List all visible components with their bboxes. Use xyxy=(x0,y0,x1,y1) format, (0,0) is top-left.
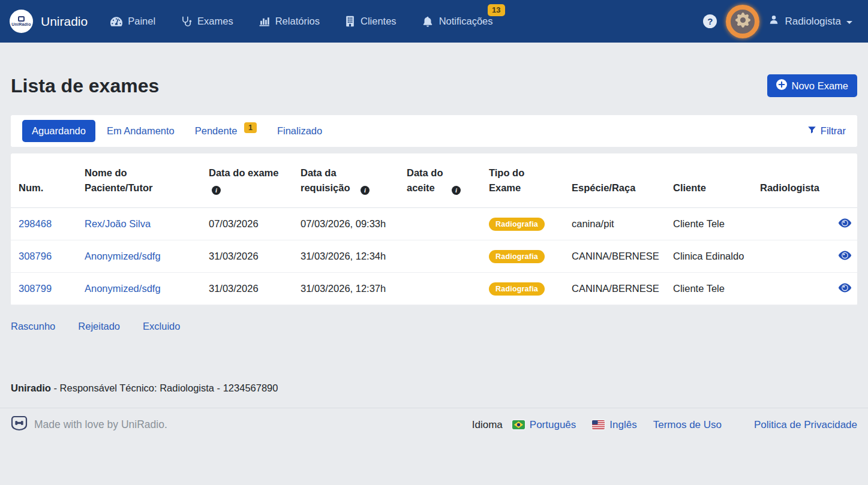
exams-table-card: Num. Nome do Paciente/Tutor Data do exam… xyxy=(11,153,857,305)
logo-text: UniRadio xyxy=(11,22,31,26)
link-rejeitado[interactable]: Rejeitado xyxy=(78,321,120,332)
privacy-policy-link[interactable]: Politica de Privacidade xyxy=(754,419,857,431)
main-content: Lista de exames Novo Exame Aguardando Em… xyxy=(0,74,868,394)
tab-pendente[interactable]: Pendente 1 xyxy=(195,125,257,137)
top-navbar: UniRadio Uniradio Painel Exames xyxy=(0,0,868,43)
nav-item-painel[interactable]: Painel xyxy=(110,16,155,27)
responsible-brand: Uniradio xyxy=(11,382,51,393)
client-cell: Clinica Edinaldo xyxy=(665,240,752,273)
brand-logo[interactable]: UniRadio Uniradio xyxy=(10,10,88,33)
exam-number-link[interactable]: 308799 xyxy=(19,283,52,294)
tab-pendente-label: Pendente xyxy=(195,125,238,136)
brazil-flag-icon xyxy=(512,420,525,429)
language-ingles[interactable]: Inglês xyxy=(592,419,636,431)
patient-link[interactable]: Anonymized/sdfg xyxy=(85,283,161,294)
pendente-count-badge: 1 xyxy=(244,122,257,133)
patient-link[interactable]: Anonymized/sdfg xyxy=(85,251,161,261)
bar-chart-icon xyxy=(259,16,270,27)
stethoscope-icon xyxy=(181,16,192,27)
new-exam-label: Novo Exame xyxy=(792,80,848,92)
table-row: 308796 Anonymized/sdfg 31/03/2026 31/03/… xyxy=(11,240,857,273)
info-icon[interactable] xyxy=(361,186,370,195)
radiologist-cell xyxy=(752,240,832,273)
nav-label-relatorios: Relatórios xyxy=(275,16,320,27)
brand-name: Uniradio xyxy=(41,14,88,29)
exam-date-cell: 31/03/2026 xyxy=(201,273,293,305)
usa-flag-icon xyxy=(592,420,605,429)
filter-button[interactable]: Filtrar xyxy=(807,125,846,137)
tab-em-andamento[interactable]: Em Andamento xyxy=(107,125,175,137)
species-cell: canina/pit xyxy=(564,208,665,240)
made-with-text: Made with love by UniRadio. xyxy=(34,418,167,431)
status-tabs: Aguardando Em Andamento Pendente 1 Final… xyxy=(11,115,857,147)
request-date-cell: 31/03/2026, 12:37h xyxy=(293,273,399,305)
request-date-cell: 31/03/2026, 12:34h xyxy=(293,240,399,273)
settings-button[interactable] xyxy=(726,5,759,38)
bell-icon xyxy=(422,16,434,28)
user-name: Radiologista xyxy=(785,16,841,28)
speedometer-icon xyxy=(110,16,122,27)
language-label: Idioma xyxy=(472,419,503,431)
table-row: 298468 Rex/João Silva 07/03/2026 07/03/2… xyxy=(11,208,857,240)
link-rascunho[interactable]: Rascunho xyxy=(11,321,55,332)
view-exam-button[interactable] xyxy=(839,251,851,260)
nav-item-exames[interactable]: Exames xyxy=(181,16,233,27)
nav-item-relatorios[interactable]: Relatórios xyxy=(259,16,320,27)
nav-label-notificacoes: Notificações xyxy=(439,16,493,27)
exam-number-link[interactable]: 308796 xyxy=(19,251,52,261)
col-header-num: Num. xyxy=(11,153,77,208)
info-icon[interactable] xyxy=(212,186,221,195)
nav-item-notificacoes[interactable]: Notificações 13 xyxy=(422,16,493,28)
species-cell: CANINA/BERNESE xyxy=(564,240,665,273)
info-icon[interactable] xyxy=(452,186,461,195)
link-excluido[interactable]: Excluido xyxy=(143,321,180,332)
tab-aguardando[interactable]: Aguardando xyxy=(22,120,95,142)
col-header-exam-date: Data do exame xyxy=(201,153,293,208)
accept-date-cell xyxy=(399,240,481,273)
help-button[interactable]: ? xyxy=(703,14,717,28)
filter-label: Filtrar xyxy=(821,125,846,137)
notifications-count-badge: 13 xyxy=(488,4,504,16)
col-header-patient: Nome do Paciente/Tutor xyxy=(77,153,201,208)
exam-type-badge: Radiografia xyxy=(489,250,545,263)
new-exam-button[interactable]: Novo Exame xyxy=(767,74,857,97)
nav-label-clientes: Clientes xyxy=(361,16,397,27)
page-footer: Made with love by UniRadio. Idioma Portu… xyxy=(0,408,868,441)
view-exam-button[interactable] xyxy=(839,283,851,293)
caret-down-icon xyxy=(846,21,852,24)
table-header-row: Num. Nome do Paciente/Tutor Data do exam… xyxy=(11,153,857,208)
navbar-right: ? Radiologista xyxy=(703,5,852,38)
tab-finalizado[interactable]: Finalizado xyxy=(277,125,322,137)
logo-mini-icon xyxy=(18,16,25,22)
technical-responsible-line: Uniradio - Responsável Técnico: Radiolog… xyxy=(11,382,857,394)
language-ingles-label: Inglês xyxy=(609,419,636,431)
page-title: Lista de exames xyxy=(11,75,159,97)
language-portugues[interactable]: Português xyxy=(512,419,576,431)
patient-link[interactable]: Rex/João Silva xyxy=(85,218,151,229)
exam-number-link[interactable]: 298468 xyxy=(19,218,52,229)
table-row: 308799 Anonymized/sdfg 31/03/2026 31/03/… xyxy=(11,273,857,305)
nav-item-clientes[interactable]: Clientes xyxy=(345,16,397,27)
client-cell: Cliente Tele xyxy=(665,208,752,240)
responsible-text: - Responsável Técnico: Radiologista - 12… xyxy=(51,382,278,393)
person-icon xyxy=(768,14,779,28)
col-header-client: Cliente xyxy=(665,153,752,208)
exam-date-cell: 31/03/2026 xyxy=(201,240,293,273)
accept-date-cell xyxy=(399,208,481,240)
radiologist-cell xyxy=(752,208,832,240)
accept-date-cell xyxy=(399,273,481,305)
secondary-status-links: Rascunho Rejeitado Excluido xyxy=(11,321,857,332)
exam-type-badge: Radiografia xyxy=(489,218,545,231)
nav-label-exames: Exames xyxy=(197,16,233,27)
col-header-request-date: Data da requisição xyxy=(293,153,399,208)
radiologist-cell xyxy=(752,273,832,305)
view-exam-button[interactable] xyxy=(839,218,851,228)
user-dropdown[interactable]: Radiologista xyxy=(768,14,852,28)
col-header-accept-date: Data do aceite xyxy=(399,153,481,208)
terms-of-use-link[interactable]: Termos de Uso xyxy=(653,419,722,431)
col-header-exam-type: Tipo do Exame xyxy=(481,153,564,208)
footer-links: Idioma Português Inglês Termos de Uso Po… xyxy=(472,419,857,431)
made-with: Made with love by UniRadio. xyxy=(11,415,167,434)
exam-date-cell: 07/03/2026 xyxy=(201,208,293,240)
nav-label-painel: Painel xyxy=(128,16,155,27)
